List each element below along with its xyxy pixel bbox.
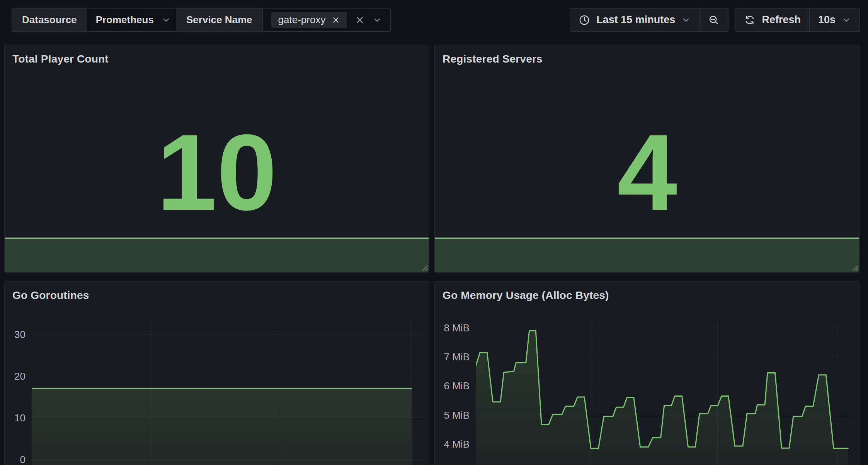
goroutines-chart[interactable] (32, 318, 423, 465)
datasource-label: Datasource (12, 8, 87, 31)
y-axis-labels: 3020100 (5, 318, 32, 465)
y-tick-label: 0 (20, 453, 26, 465)
service-name-variable: Service Name gate-proxy (176, 8, 391, 32)
clear-selection-icon[interactable] (355, 15, 365, 25)
service-name-select[interactable]: gate-proxy (262, 8, 391, 31)
stat-sparkline (5, 238, 429, 272)
remove-tag-icon[interactable] (332, 16, 340, 24)
y-tick-label: 4 MiB (444, 438, 470, 450)
panel-title: Go Memory Usage (Alloc Bytes) (443, 289, 609, 302)
resize-handle-icon[interactable] (850, 263, 858, 271)
y-tick-label: 10 (14, 412, 26, 424)
service-name-label: Service Name (176, 8, 262, 31)
y-axis-labels: 8 MiB7 MiB6 MiB5 MiB4 MiB (435, 318, 476, 465)
panel-registered-servers: Registered Servers 4 (434, 45, 860, 273)
refresh-button[interactable]: Refresh (735, 8, 809, 31)
stat-value: 4 (617, 118, 677, 226)
panel-title: Total Player Count (12, 53, 109, 65)
panel-total-player-count: Total Player Count 10 (4, 45, 429, 273)
chevron-down-icon (681, 15, 691, 25)
panel-go-memory-usage: Go Memory Usage (Alloc Bytes) 8 MiB7 MiB… (434, 281, 860, 465)
panel-title: Go Goroutines (12, 289, 89, 302)
panel-go-goroutines: Go Goroutines 3020100 (4, 281, 429, 465)
y-tick-label: 20 (14, 370, 26, 382)
zoom-out-icon (708, 14, 720, 26)
chevron-down-icon[interactable] (373, 15, 382, 25)
datasource-select[interactable]: Prometheus (87, 8, 179, 31)
datasource-value: Prometheus (96, 14, 154, 26)
refresh-label: Refresh (762, 14, 801, 26)
datasource-variable: Datasource Prometheus (12, 8, 180, 32)
refresh-interval-select[interactable]: 10s (809, 8, 859, 31)
stat-value: 10 (157, 118, 277, 226)
toolbar-right: Last 15 minutes Refresh 10s (570, 8, 860, 32)
y-tick-label: 7 MiB (444, 351, 470, 363)
filter-tag-gate-proxy[interactable]: gate-proxy (271, 12, 347, 28)
time-range-button[interactable]: Last 15 minutes (570, 8, 699, 31)
y-tick-label: 6 MiB (444, 380, 470, 392)
refresh-interval-value: 10s (818, 14, 836, 26)
memory-chart[interactable] (476, 318, 856, 465)
y-tick-label: 30 (14, 328, 26, 340)
panel-title: Registered Servers (443, 53, 543, 65)
resize-handle-icon[interactable] (419, 263, 428, 271)
time-picker-group: Last 15 minutes (570, 8, 728, 32)
clock-icon (579, 14, 590, 26)
y-tick-label: 8 MiB (444, 322, 470, 334)
dashboard-toolbar: Datasource Prometheus Service Name gate-… (0, 8, 860, 32)
refresh-icon (744, 14, 756, 26)
filter-tag-label: gate-proxy (278, 14, 326, 26)
time-range-label: Last 15 minutes (596, 14, 675, 26)
chevron-down-icon (162, 15, 171, 25)
stat-sparkline (435, 238, 859, 272)
y-tick-label: 5 MiB (444, 409, 470, 421)
zoom-out-button[interactable] (699, 8, 728, 31)
chevron-down-icon (842, 15, 851, 25)
refresh-group: Refresh 10s (735, 8, 860, 32)
